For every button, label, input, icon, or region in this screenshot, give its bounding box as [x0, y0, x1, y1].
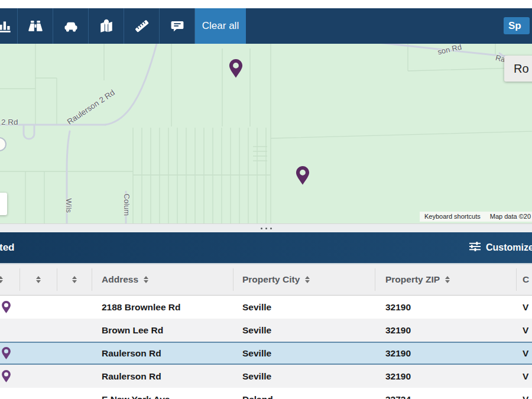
row-county-partial: V — [516, 319, 532, 342]
map-data-attribution: Map data ©20 — [485, 212, 532, 222]
table-row[interactable]: Brown Lee Rd Seville 32190 V — [0, 319, 532, 342]
column-header-label: Property City — [242, 274, 300, 285]
row-county-partial: V — [516, 365, 532, 388]
map-control-partial[interactable] — [0, 193, 7, 215]
row-pin-cell — [0, 319, 20, 342]
row-county-partial: V — [516, 388, 532, 399]
map-table-splitter-handle[interactable] — [0, 223, 532, 232]
row-blank-cell — [57, 319, 92, 342]
row-county-partial: V — [516, 342, 532, 365]
sort-icon — [305, 276, 310, 283]
row-city: Seville — [233, 365, 375, 388]
comment-tool-button[interactable] — [160, 8, 195, 44]
column-header-label: C — [523, 274, 529, 285]
road-label-2-rd-partial: 2 Rd — [1, 118, 18, 126]
sort-icon — [445, 276, 450, 283]
results-table: Address Property City Property ZIP C 218… — [0, 264, 532, 399]
chart-tool-button[interactable] — [0, 8, 18, 44]
toolbar-spacer — [246, 8, 532, 44]
pin-icon — [1, 369, 11, 383]
row-pin-cell — [0, 388, 20, 399]
pin-icon — [1, 346, 11, 360]
row-zip: 32190 — [375, 319, 516, 342]
car-tool-button[interactable] — [53, 8, 89, 44]
ruler-tool-button[interactable] — [124, 8, 160, 44]
comment-icon — [170, 18, 185, 34]
map-toolbar: Clear all Sp — [0, 8, 532, 44]
row-address: E New York Ave — [92, 388, 233, 399]
row-zip: 32190 — [375, 342, 516, 365]
row-city: Seville — [233, 319, 375, 342]
row-blank-cell — [20, 388, 57, 399]
drag-dots-icon — [270, 228, 272, 229]
map-info-card-partial[interactable]: Ro — [504, 56, 532, 82]
row-blank-cell — [57, 342, 92, 365]
binoculars-icon — [28, 18, 43, 34]
map-tool-button[interactable] — [89, 8, 124, 44]
results-header-bar: ted Customize — [0, 232, 532, 264]
row-county-partial: V — [516, 296, 532, 319]
row-pin-cell — [0, 342, 20, 365]
row-blank-cell — [20, 296, 57, 319]
clear-all-button[interactable]: Clear all — [195, 8, 246, 44]
row-blank-cell — [57, 296, 92, 319]
row-zip: 32190 — [375, 296, 516, 319]
column-header-property-city[interactable]: Property City — [233, 264, 375, 295]
table-row[interactable]: Raulerson Rd Seville 32190 V — [0, 365, 532, 388]
map-marker[interactable] — [228, 59, 244, 79]
table-row[interactable]: E New York Ave Deland 32724 V — [0, 388, 532, 399]
row-address: Brown Lee Rd — [92, 319, 233, 342]
column-header-blank-1[interactable] — [20, 264, 57, 295]
table-row[interactable]: 2188 Brownlee Rd Seville 32190 V — [0, 296, 532, 319]
drag-dots-icon — [261, 228, 262, 229]
car-icon — [63, 18, 79, 34]
map-canvas[interactable]: Raulerson 2 Rd 2 Rd son Rd Raul- Wils Co… — [0, 44, 532, 223]
row-address: Raulerson Rd — [92, 342, 233, 365]
ruler-icon — [134, 18, 150, 34]
row-zip: 32190 — [375, 365, 516, 388]
app-window: Clear all Sp — [0, 0, 532, 399]
road-label-wils-partial: Wils — [64, 199, 73, 224]
toolbar-right-button-partial[interactable]: Sp — [504, 17, 530, 34]
column-header-county-partial[interactable]: C — [516, 264, 532, 295]
pin-icon — [1, 300, 11, 314]
road-label-colum-partial: Colum — [122, 194, 131, 220]
sliders-icon — [469, 241, 481, 255]
map-marker[interactable] — [295, 166, 310, 186]
drag-dots-icon — [265, 228, 267, 229]
table-header-row: Address Property City Property ZIP C — [0, 264, 532, 296]
column-header-address[interactable]: Address — [92, 264, 233, 295]
sort-icon — [36, 276, 41, 283]
customize-button[interactable]: Customize — [469, 241, 532, 255]
map-attribution: Keyboard shortcuts Map data ©20 — [420, 212, 532, 222]
row-blank-cell — [57, 388, 92, 399]
column-header-property-zip[interactable]: Property ZIP — [375, 264, 516, 295]
binoculars-tool-button[interactable] — [18, 8, 53, 44]
sort-icon — [72, 276, 77, 283]
row-blank-cell — [57, 365, 92, 388]
table-row[interactable]: Raulerson Rd Seville 32190 V — [0, 342, 532, 365]
page-background-strip — [0, 0, 532, 8]
row-city: Seville — [233, 342, 375, 365]
column-header-label: Property ZIP — [385, 274, 440, 285]
column-header-blank-2[interactable] — [57, 264, 92, 295]
row-city: Deland — [233, 388, 375, 399]
map-icon — [99, 18, 114, 34]
map-parcel-lines — [0, 44, 532, 223]
row-pin-cell — [0, 365, 20, 388]
customize-button-label: Customize — [486, 242, 532, 253]
row-blank-cell — [20, 342, 57, 365]
table-body: 2188 Brownlee Rd Seville 32190 V Brown L… — [0, 296, 532, 399]
keyboard-shortcuts-link[interactable]: Keyboard shortcuts — [420, 212, 485, 222]
column-header-label: Address — [102, 274, 138, 285]
sort-icon — [0, 276, 3, 283]
row-zip: 32724 — [375, 388, 516, 399]
row-blank-cell — [20, 365, 57, 388]
chart-icon — [5, 18, 13, 34]
row-blank-cell — [20, 319, 57, 342]
sort-icon — [144, 276, 148, 283]
row-city: Seville — [233, 296, 375, 319]
row-pin-cell — [0, 296, 20, 319]
column-header-pin[interactable] — [0, 264, 20, 295]
row-address: 2188 Brownlee Rd — [92, 296, 233, 319]
